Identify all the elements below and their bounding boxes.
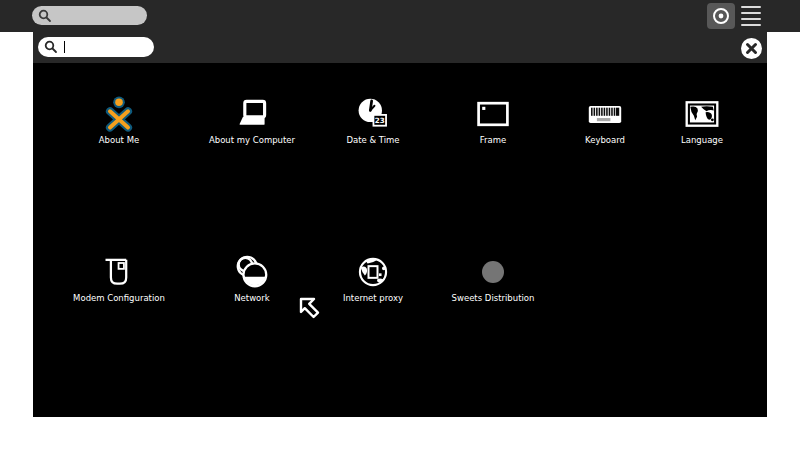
topbar-search-input[interactable] [32,6,147,25]
close-x-icon [745,42,758,55]
settings-item-label: Network [187,293,317,304]
settings-item-label: Sweets Distribution [428,293,558,304]
settings-item-network[interactable]: Network [187,254,317,304]
globe-proxy-icon [308,254,438,290]
xo-person-icon [54,96,184,132]
frame-icon [428,96,558,132]
zoom-level-button[interactable] [707,3,735,29]
settings-item-label: About Me [54,135,184,146]
world-map-icon [637,96,767,132]
text-caret [64,41,65,53]
settings-item-frame[interactable]: Frame [428,96,558,146]
settings-item-modem-configuration[interactable]: Modem Configuration [54,254,184,304]
panel-toolbar [33,32,767,63]
top-bar [0,0,800,32]
settings-item-sweets-distribution[interactable]: Sweets Distribution [428,254,558,304]
hamburger-icon [741,6,761,8]
settings-item-label: Frame [428,135,558,146]
settings-item-internet-proxy[interactable]: Internet proxy [308,254,438,304]
settings-item-label: Date & Time [308,135,438,146]
settings-item-language[interactable]: Language [637,96,767,146]
settings-item-label: Internet proxy [308,293,438,304]
settings-item-label: Language [637,135,767,146]
settings-item-about-me[interactable]: About Me [54,96,184,146]
menu-button[interactable] [741,6,761,26]
close-button[interactable] [741,38,762,59]
panel-search-input[interactable] [38,37,154,57]
magnifier-icon [44,40,58,54]
settings-panel: About Me About my Computer 23 [33,32,767,417]
laptop-icon [187,96,317,132]
mesh-network-icon [187,254,317,290]
settings-item-label: Modem Configuration [54,293,184,304]
magnifier-icon [38,9,52,23]
settings-item-date-time[interactable]: 23 Date & Time [308,96,438,146]
settings-grid: About Me About my Computer 23 [33,63,767,417]
radio-dot-icon [711,6,731,26]
settings-item-label: About my Computer [187,135,317,146]
clock-icon: 23 [308,96,438,132]
modem-icon [54,254,184,290]
gray-circle-icon [428,254,558,290]
settings-item-about-my-computer[interactable]: About my Computer [187,96,317,146]
clock-badge: 23 [375,116,385,125]
